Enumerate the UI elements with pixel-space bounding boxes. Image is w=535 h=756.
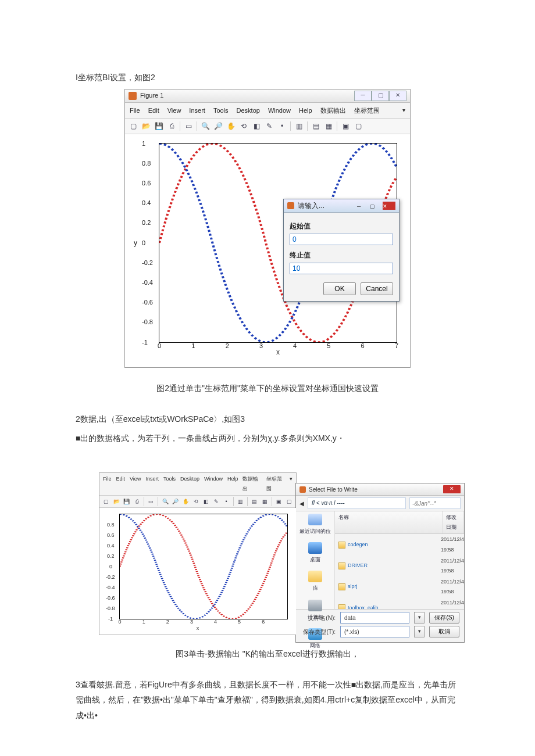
menu-file[interactable]: File (103, 474, 112, 494)
folder-icon (338, 562, 345, 569)
ytick: 0.8 (142, 157, 151, 170)
save-icon[interactable]: 💾 (153, 120, 165, 132)
place-recent[interactable]: 最近访问的位 (299, 514, 331, 536)
ytick: 0.4 (142, 198, 151, 210)
legend-icon[interactable]: ▤ (250, 497, 259, 506)
save-icon[interactable]: 💾 (122, 497, 131, 506)
ytick: 0.6 (107, 531, 115, 540)
menu-overflow-icon[interactable]: ▾ (290, 474, 293, 494)
pointer-icon[interactable]: ▭ (147, 497, 155, 506)
file-name: codegen (348, 540, 368, 550)
menu-help[interactable]: Help (227, 474, 238, 494)
menu-view[interactable]: View (167, 105, 181, 117)
link-icon[interactable]: • (222, 497, 230, 506)
ytick: -0.4 (142, 277, 153, 289)
maximize-button[interactable]: ▢ (372, 91, 389, 101)
menu-window[interactable]: Window (268, 105, 291, 117)
filename-dropdown-icon[interactable]: ▾ (414, 612, 425, 624)
brush-icon[interactable]: ✎ (263, 120, 275, 132)
close-button[interactable]: ✕ (389, 91, 406, 101)
filename-input[interactable]: data (340, 612, 409, 624)
start-value-input[interactable] (290, 234, 393, 245)
file-name: slprj (348, 582, 358, 592)
col-name[interactable]: 名称 (335, 511, 443, 533)
pan-icon[interactable]: ✋ (225, 120, 237, 132)
filetype-input[interactable]: (*.xls) (340, 626, 409, 637)
datatip-icon[interactable]: ◧ (201, 497, 210, 506)
cancel-button[interactable]: Cancel (361, 282, 393, 295)
file-row[interactable]: codegen2011/12/4 19:58 (335, 534, 464, 555)
place-desktop[interactable]: 桌面 (308, 542, 322, 565)
new-icon[interactable]: ▢ (102, 497, 110, 506)
zoomout-icon[interactable]: 🔎 (212, 120, 224, 132)
menu-insert[interactable]: Insert (145, 474, 159, 494)
datatip-icon[interactable]: ◧ (251, 120, 262, 132)
menu-dataout[interactable]: 数据输出 (320, 105, 346, 117)
save-button[interactable]: 保存(S) (429, 612, 459, 624)
dock-icon[interactable]: ▣ (274, 497, 283, 506)
path-crumb[interactable]: fl < vα·n.l ---- (308, 497, 406, 509)
menu-desktop[interactable]: Desktop (180, 474, 199, 494)
ytick: -0.6 (142, 297, 153, 309)
menu-axisrange[interactable]: 坐标范围 (354, 105, 380, 117)
menu-edit[interactable]: Edit (148, 105, 159, 117)
dialog-maximize-button[interactable]: ▢ (370, 202, 383, 210)
menu-window[interactable]: Window (204, 474, 223, 494)
menu-dataout[interactable]: 数据输出 (242, 474, 261, 494)
menu-desktop[interactable]: Desktop (237, 105, 260, 117)
minimize-button[interactable]: ─ (354, 91, 372, 101)
xtick: 2 (226, 340, 229, 352)
dialog-close-button[interactable]: ✕ (383, 202, 395, 210)
end-value-input[interactable] (290, 263, 393, 274)
menu-edit[interactable]: Edit (116, 474, 126, 494)
file-row[interactable]: toolbox_calib2011/12/4 19:58 (335, 597, 464, 609)
ytick: 1 (142, 138, 145, 150)
text-line-2: 2数据,出（至excel或txt或WOrkSPaCe〉,如图3 (76, 411, 459, 427)
rotate-icon[interactable]: ⟲ (238, 120, 249, 132)
menu-overflow-icon[interactable]: ▾ (402, 105, 405, 117)
cancel-button[interactable]: 取消 (429, 626, 459, 637)
new-icon[interactable]: ▢ (127, 120, 139, 132)
pointer-icon[interactable]: ▭ (183, 120, 194, 132)
col-date[interactable]: 修改日期 (443, 511, 464, 533)
brush-icon[interactable]: ✎ (212, 497, 220, 506)
file-date: 2011/12/4 19:58 (438, 556, 464, 576)
colorbar-icon[interactable]: ▥ (293, 120, 305, 132)
ytick: -0.8 (106, 604, 115, 614)
legend-icon[interactable]: ▤ (310, 120, 322, 132)
search-field[interactable]: -&Jan*--* (409, 497, 461, 509)
y-axis-label: y (134, 237, 137, 250)
menu-file[interactable]: File (130, 105, 140, 117)
ytick: 0 (109, 562, 112, 572)
ok-button[interactable]: OK (323, 282, 356, 295)
menu-help[interactable]: Help (299, 105, 312, 117)
pan-icon[interactable]: ✋ (181, 497, 190, 506)
menu-tools[interactable]: Tools (163, 474, 176, 494)
back-icon[interactable]: ◀ (299, 498, 304, 509)
undock-icon[interactable]: ▢ (352, 120, 364, 132)
zoomin-icon[interactable]: 🔍 (199, 120, 211, 132)
menu-insert[interactable]: Insert (189, 105, 205, 117)
rotate-icon[interactable]: ⟲ (191, 497, 200, 506)
colorbar-icon[interactable]: ▥ (236, 497, 245, 506)
open-icon[interactable]: 📂 (140, 120, 152, 132)
plottools-icon[interactable]: ▦ (323, 120, 334, 132)
open-icon[interactable]: 📂 (112, 497, 120, 506)
dialog-minimize-button[interactable]: ─ (357, 202, 370, 210)
zoomin-icon[interactable]: 🔍 (160, 497, 169, 506)
print-icon[interactable]: ⎙ (132, 497, 141, 506)
dock-icon[interactable]: ▣ (340, 120, 351, 132)
file-row[interactable]: slprj2011/12/4 19:58 (335, 576, 464, 597)
link-icon[interactable]: • (276, 120, 288, 132)
plottools-icon[interactable]: ▦ (261, 497, 269, 506)
print-icon[interactable]: ⎙ (166, 120, 177, 132)
menu-tools[interactable]: Tools (213, 105, 229, 117)
close-button[interactable]: ✕ (443, 485, 461, 493)
undock-icon[interactable]: ▢ (285, 497, 294, 506)
filetype-dropdown-icon[interactable]: ▾ (414, 626, 425, 637)
menu-axisrange[interactable]: 坐标范围 (266, 474, 285, 494)
zoomout-icon[interactable]: 🔎 (171, 497, 180, 506)
place-libraries[interactable]: 库 (308, 571, 322, 593)
menu-view[interactable]: View (130, 474, 141, 494)
file-row[interactable]: DRIVER2011/12/4 19:58 (335, 556, 464, 576)
